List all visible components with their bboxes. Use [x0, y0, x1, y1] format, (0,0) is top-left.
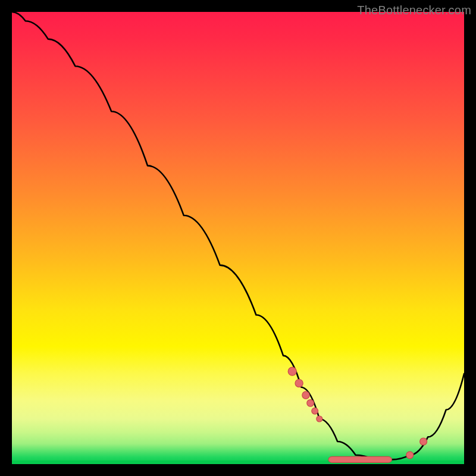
marker-dot	[312, 408, 318, 414]
chart-frame: TheBottlenecker.com	[0, 0, 476, 476]
plot-area	[12, 12, 464, 464]
marker-dot	[295, 380, 303, 387]
watermark-text: TheBottlenecker.com	[357, 4, 471, 17]
marker-dot	[288, 367, 296, 375]
marker-dot	[406, 452, 414, 459]
marker-dot	[317, 416, 322, 422]
bottleneck-curve-line	[12, 12, 464, 459]
curve-markers	[288, 367, 427, 462]
marker-dot	[420, 438, 427, 445]
marker-dot	[302, 392, 309, 399]
marker-bar	[328, 456, 392, 462]
curve-svg	[12, 12, 464, 464]
marker-dot	[307, 400, 314, 407]
